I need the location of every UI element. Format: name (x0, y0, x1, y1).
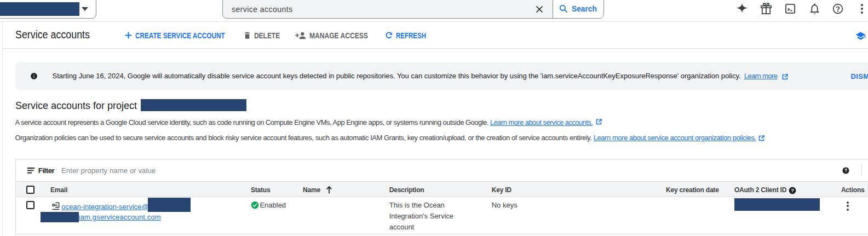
svg-text:?: ? (844, 168, 847, 173)
svg-text:?: ? (791, 188, 794, 193)
